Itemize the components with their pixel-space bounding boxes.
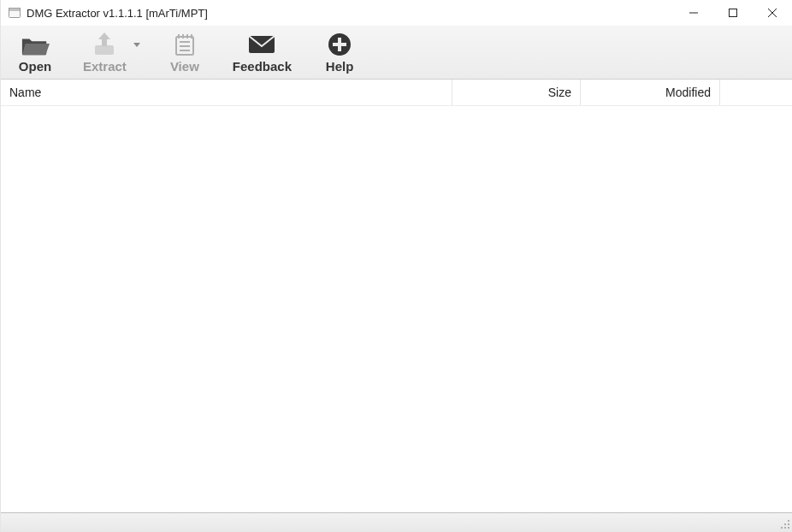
view-label: View bbox=[170, 59, 199, 74]
column-header-modified[interactable]: Modified bbox=[581, 80, 720, 105]
svg-rect-1 bbox=[9, 9, 21, 11]
status-bar bbox=[1, 512, 792, 532]
feedback-button[interactable]: Feedback bbox=[229, 30, 295, 75]
open-folder-icon bbox=[21, 32, 50, 57]
svg-rect-6 bbox=[95, 45, 114, 55]
extract-label: Extract bbox=[83, 59, 127, 74]
resize-grip-icon[interactable] bbox=[777, 516, 790, 529]
feedback-label: Feedback bbox=[233, 59, 292, 74]
titlebar: DMG Extractor v1.1.1.1 [mArTi/MPT] bbox=[1, 0, 792, 27]
svg-point-27 bbox=[788, 527, 789, 529]
minimize-button[interactable] bbox=[674, 0, 713, 26]
window-title: DMG Extractor v1.1.1.1 [mArTi/MPT] bbox=[27, 7, 208, 20]
column-header-size-label: Size bbox=[548, 86, 571, 99]
help-label: Help bbox=[326, 59, 354, 74]
help-button[interactable]: Help bbox=[316, 30, 363, 75]
extract-dropdown-caret-icon[interactable] bbox=[133, 42, 140, 49]
extract-split-button[interactable]: Extract bbox=[80, 30, 140, 75]
svg-point-22 bbox=[788, 520, 789, 522]
open-label: Open bbox=[19, 59, 51, 74]
maximize-button[interactable] bbox=[713, 0, 753, 26]
file-list-area[interactable] bbox=[1, 106, 792, 512]
column-header-modified-label: Modified bbox=[665, 86, 711, 99]
column-header-tail bbox=[720, 80, 792, 105]
svg-point-25 bbox=[781, 527, 783, 529]
svg-point-24 bbox=[788, 523, 789, 525]
svg-point-26 bbox=[784, 527, 786, 529]
view-button[interactable]: View bbox=[161, 30, 209, 75]
toolbar: Open Extract bbox=[1, 27, 792, 80]
close-button[interactable] bbox=[753, 0, 792, 26]
svg-rect-21 bbox=[333, 43, 346, 46]
svg-point-23 bbox=[784, 523, 786, 525]
column-header-name[interactable]: Name bbox=[1, 80, 452, 105]
open-button[interactable]: Open bbox=[11, 30, 59, 75]
svg-marker-8 bbox=[98, 33, 110, 39]
column-header-row: Name Size Modified bbox=[1, 80, 792, 106]
help-plus-icon bbox=[325, 32, 354, 57]
app-window: DMG Extractor v1.1.1.1 [mArTi/MPT] Open bbox=[0, 0, 792, 532]
column-header-name-label: Name bbox=[9, 86, 41, 99]
app-icon bbox=[8, 6, 21, 20]
column-header-size[interactable]: Size bbox=[452, 80, 581, 105]
svg-marker-9 bbox=[133, 43, 140, 47]
svg-rect-3 bbox=[730, 9, 737, 17]
notepad-icon bbox=[170, 32, 199, 57]
envelope-icon bbox=[247, 32, 276, 57]
extract-button[interactable]: Extract bbox=[80, 30, 130, 75]
extract-icon bbox=[90, 32, 119, 57]
